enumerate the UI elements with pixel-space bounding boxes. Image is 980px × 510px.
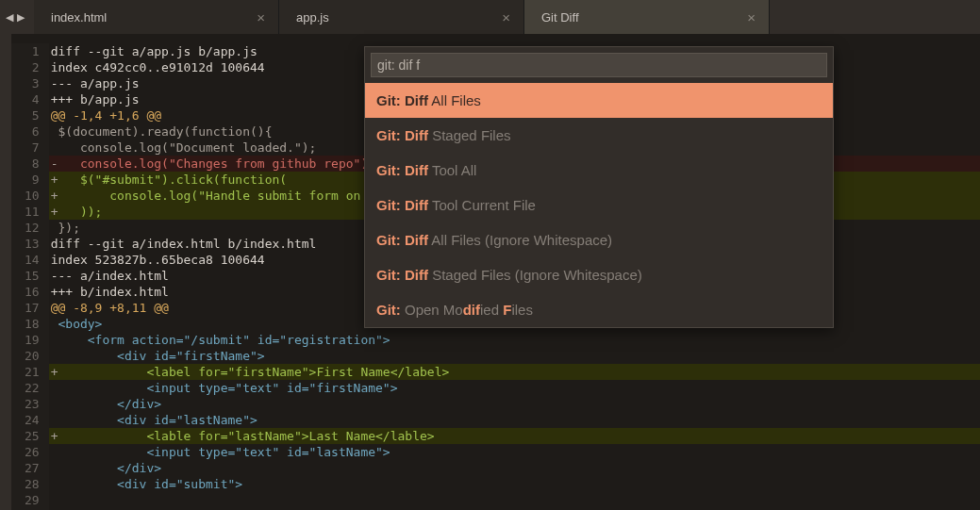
line-number: 24	[25, 412, 40, 428]
line-number: 12	[25, 220, 40, 236]
nav-next-icon[interactable]: ▶	[17, 12, 25, 23]
code-line[interactable]: <div id="firstName">	[49, 348, 980, 364]
line-number: 7	[25, 140, 40, 156]
line-number: 21	[25, 364, 40, 380]
project-tree-gutter	[0, 34, 11, 510]
line-number: 5	[25, 107, 40, 123]
code-line[interactable]: + <label for="firstName">First Name</lab…	[49, 364, 980, 380]
line-number: 25	[25, 428, 40, 444]
code-line[interactable]: <input type="text" id="firstName">	[49, 380, 980, 396]
tab-bar: index.html×app.js×Git Diff×	[34, 0, 980, 34]
line-number: 15	[25, 268, 40, 284]
command-palette-list: Git: Diff All FilesGit: Diff Staged File…	[371, 83, 827, 327]
tab[interactable]: app.js×	[279, 0, 524, 34]
command-palette-item[interactable]: Git: Diff Staged Files	[365, 118, 833, 153]
code-line[interactable]: <input type="text" id="lastName">	[49, 444, 980, 460]
line-number: 16	[25, 284, 40, 300]
code-line[interactable]: <div id="submit">	[49, 476, 980, 492]
line-number: 26	[25, 444, 40, 460]
close-icon[interactable]: ×	[747, 9, 756, 25]
code-line[interactable]: <div id="lastName">	[49, 412, 980, 428]
command-palette-input-wrap[interactable]	[371, 53, 827, 77]
line-number: 22	[25, 380, 40, 396]
line-number-gutter: 1234567891011121314151617181920212223242…	[11, 43, 49, 510]
line-number: 10	[25, 188, 40, 204]
line-number: 1	[25, 43, 40, 59]
line-number: 6	[25, 123, 40, 140]
line-number: 3	[25, 75, 40, 91]
line-number: 17	[25, 300, 40, 316]
line-number: 28	[25, 476, 40, 492]
tab[interactable]: Git Diff×	[524, 0, 770, 34]
code-line[interactable]: </div>	[49, 460, 980, 476]
line-number: 9	[25, 172, 40, 188]
close-icon[interactable]: ×	[502, 9, 510, 25]
close-icon[interactable]: ×	[257, 9, 265, 25]
command-palette-item[interactable]: Git: Open Modified Files	[365, 292, 833, 327]
line-number: 19	[25, 332, 40, 348]
tab-label: app.js	[296, 10, 329, 25]
command-palette: Git: Diff All FilesGit: Diff Staged File…	[364, 46, 834, 328]
top-bar: ◀ ▶ index.html×app.js×Git Diff×	[0, 0, 980, 34]
code-line[interactable]: <form action="/submit" id="registration"…	[49, 332, 980, 348]
nav-arrows: ◀ ▶	[0, 0, 34, 34]
command-palette-item[interactable]: Git: Diff Staged Files (Ignore Whitespac…	[365, 257, 833, 292]
code-line[interactable]: </div>	[49, 396, 980, 412]
line-number: 2	[25, 59, 40, 75]
command-palette-item[interactable]: Git: Diff All Files	[365, 83, 833, 118]
nav-prev-icon[interactable]: ◀	[6, 12, 13, 23]
line-number: 20	[25, 348, 40, 364]
line-number: 14	[25, 252, 40, 268]
line-number: 23	[25, 396, 40, 412]
line-number: 8	[25, 156, 40, 172]
command-palette-input[interactable]	[377, 58, 821, 73]
command-palette-item[interactable]: Git: Diff Tool Current File	[365, 188, 833, 222]
line-number: 4	[25, 91, 40, 107]
line-number: 27	[25, 460, 40, 476]
tab-label: index.html	[51, 10, 107, 25]
command-palette-item[interactable]: Git: Diff All Files (Ignore Whitespace)	[365, 222, 833, 257]
code-line[interactable]: + <lable for="lastName">Last Name</lable…	[49, 428, 980, 444]
tab-label: Git Diff	[541, 10, 579, 25]
line-number: 29	[25, 492, 40, 508]
tab[interactable]: index.html×	[34, 0, 279, 34]
line-number: 13	[25, 236, 40, 252]
line-number: 11	[25, 204, 40, 220]
command-palette-item[interactable]: Git: Diff Tool All	[365, 153, 833, 188]
code-line[interactable]	[49, 492, 980, 508]
line-number: 18	[25, 316, 40, 332]
